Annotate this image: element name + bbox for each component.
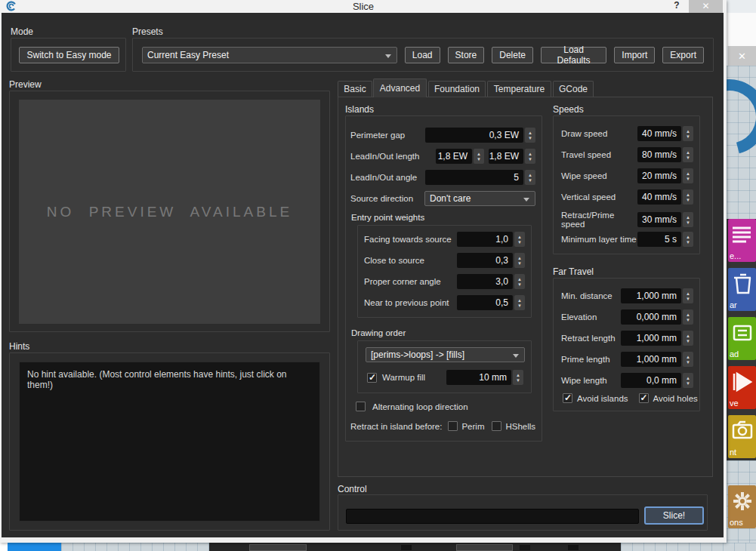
spin-down-icon[interactable]	[686, 297, 690, 301]
minimum-layer-time-input[interactable]: 5 s	[637, 232, 681, 247]
leadinout-angle-spinner[interactable]	[525, 170, 535, 185]
spin-down-icon[interactable]	[517, 240, 522, 245]
side-button-clear[interactable]: ar	[728, 268, 756, 311]
help-button[interactable]: ?	[671, 0, 683, 12]
hints-textarea[interactable]: No hint available. (Most control element…	[19, 362, 320, 522]
tab-basic[interactable]: Basic	[338, 81, 372, 97]
spin-up-icon[interactable]	[528, 152, 532, 156]
background-close-button[interactable]: ✕	[728, 46, 756, 66]
side-button-load[interactable]: ad	[728, 317, 756, 360]
spin-up-icon[interactable]	[686, 334, 690, 338]
switch-easy-mode-button[interactable]: Switch to Easy mode	[19, 47, 119, 63]
background-bottom-button[interactable]	[456, 544, 513, 551]
side-button-save[interactable]: ve	[728, 366, 756, 409]
prime-length-input[interactable]: 1,000 mm	[621, 352, 681, 367]
spin-down-icon[interactable]	[686, 134, 690, 139]
spin-down-icon[interactable]	[517, 282, 522, 287]
elevation-input[interactable]: 0,000 mm	[621, 309, 681, 325]
spin-down-icon[interactable]	[686, 177, 690, 181]
load-defaults-button[interactable]: Load Defaults	[541, 47, 606, 63]
spinner[interactable]	[683, 212, 693, 227]
leadinout-length-input-2[interactable]: 1,8 EW	[489, 149, 523, 164]
warmup-fill-input[interactable]: 10 mm	[446, 370, 511, 385]
spin-down-icon[interactable]	[686, 220, 690, 225]
spin-up-icon[interactable]	[686, 376, 690, 380]
side-button-slice[interactable]: e...	[728, 219, 756, 262]
spin-up-icon[interactable]	[686, 192, 690, 197]
source-direction-combobox[interactable]: Don't care	[424, 191, 535, 206]
spin-down-icon[interactable]	[686, 381, 690, 386]
spinner[interactable]	[514, 295, 525, 310]
side-button-print[interactable]: nt	[728, 415, 756, 458]
background-bottom-item[interactable]	[568, 545, 579, 550]
background-bottom-blue-button[interactable]	[8, 543, 61, 551]
spinner[interactable]	[514, 274, 525, 289]
background-bottom-item[interactable]	[401, 545, 412, 550]
close-button[interactable]: ✕	[689, 0, 723, 13]
spin-up-icon[interactable]	[517, 235, 522, 239]
retract-length-input[interactable]: 1,000 mm	[621, 331, 681, 346]
spinner[interactable]	[683, 232, 693, 247]
spinner[interactable]	[683, 331, 693, 346]
spin-up-icon[interactable]	[516, 373, 520, 377]
facing-towards-source-input[interactable]: 1,0	[457, 232, 513, 247]
warmup-fill-spinner[interactable]	[513, 370, 523, 385]
export-button[interactable]: Export	[662, 47, 704, 63]
avoid-islands-checkbox[interactable]	[563, 393, 572, 403]
import-button[interactable]: Import	[614, 47, 655, 63]
avoid-holes-checkbox[interactable]	[639, 393, 649, 403]
spin-up-icon[interactable]	[686, 129, 690, 134]
spin-down-icon[interactable]	[686, 240, 690, 245]
titlebar[interactable]: Slice ? ✕	[0, 0, 727, 13]
spinner[interactable]	[683, 352, 693, 367]
spin-down-icon[interactable]	[528, 157, 532, 162]
spin-up-icon[interactable]	[517, 298, 522, 303]
perimeter-gap-spinner[interactable]	[525, 128, 535, 143]
spinner[interactable]	[683, 189, 693, 205]
close-to-source-input[interactable]: 0,3	[457, 253, 513, 268]
spin-up-icon[interactable]	[686, 291, 690, 296]
spin-up-icon[interactable]	[686, 150, 690, 155]
spin-down-icon[interactable]	[686, 318, 690, 322]
spin-down-icon[interactable]	[528, 136, 532, 140]
spin-up-icon[interactable]	[686, 355, 690, 359]
slice-button[interactable]: Slice!	[644, 506, 704, 525]
travel-speed-input[interactable]: 80 mm/s	[637, 147, 681, 162]
spin-up-icon[interactable]	[686, 171, 690, 176]
leadinout-length-spinner-2[interactable]	[525, 149, 535, 164]
spinner[interactable]	[683, 126, 693, 141]
spinner[interactable]	[683, 168, 693, 183]
draw-speed-input[interactable]: 40 mm/s	[637, 126, 681, 141]
spin-up-icon[interactable]	[528, 173, 532, 177]
spin-up-icon[interactable]	[686, 312, 690, 317]
spin-up-icon[interactable]	[528, 131, 532, 135]
spin-up-icon[interactable]	[517, 277, 522, 282]
spin-up-icon[interactable]	[686, 215, 690, 220]
store-button[interactable]: Store	[448, 47, 485, 63]
spin-up-icon[interactable]	[477, 152, 481, 156]
spin-down-icon[interactable]	[477, 157, 481, 162]
tab-gcode[interactable]: GCode	[553, 81, 594, 97]
spin-down-icon[interactable]	[686, 339, 690, 343]
load-button[interactable]: Load	[405, 47, 440, 63]
tab-temperature[interactable]: Temperature	[487, 81, 551, 97]
spin-up-icon[interactable]	[686, 235, 690, 239]
delete-button[interactable]: Delete	[492, 47, 533, 63]
spinner[interactable]	[683, 288, 693, 303]
spin-down-icon[interactable]	[516, 378, 520, 383]
spin-down-icon[interactable]	[528, 178, 532, 183]
leadinout-angle-input[interactable]: 5	[425, 170, 523, 185]
side-button-options[interactable]: ons	[728, 485, 756, 528]
wipe-length-input[interactable]: 0,0 mm	[621, 373, 681, 388]
tab-advanced[interactable]: Advanced	[373, 78, 427, 97]
spin-down-icon[interactable]	[686, 155, 690, 160]
leadinout-length-spinner-1[interactable]	[474, 149, 484, 164]
background-bottom-item[interactable]	[520, 545, 530, 550]
retract-prime-speed-input[interactable]: 30 mm/s	[637, 212, 681, 227]
spinner[interactable]	[514, 253, 525, 268]
alternating-loop-checkbox[interactable]	[356, 402, 366, 411]
warmup-fill-checkbox[interactable]	[367, 373, 377, 383]
retract-hshells-checkbox[interactable]	[492, 421, 501, 431]
proper-corner-angle-input[interactable]: 3,0	[457, 274, 513, 289]
spin-down-icon[interactable]	[686, 198, 690, 202]
